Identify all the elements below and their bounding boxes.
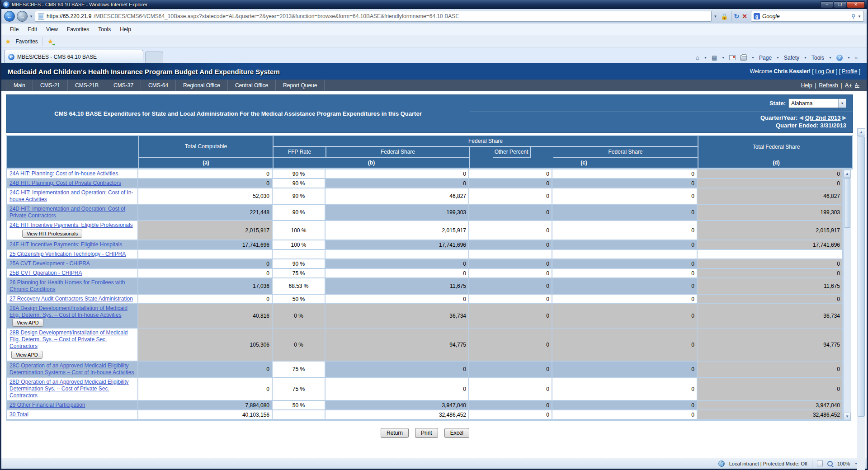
profile-link[interactable]: Profile (842, 68, 857, 75)
refresh-icon[interactable]: ↻ (734, 13, 740, 20)
row-link[interactable]: 25A CVT Development - CHIPRA (9, 260, 90, 267)
row-link[interactable]: 30 Total (9, 411, 28, 418)
close-button[interactable]: ✕ (847, 1, 865, 8)
lock-icon[interactable]: 🔒 (721, 13, 728, 20)
cell-c: 0 (552, 240, 698, 249)
change-zoom-icon[interactable] (817, 461, 823, 466)
nav-cms-21[interactable]: CMS-21 (33, 80, 68, 91)
new-tab-button[interactable] (145, 52, 163, 63)
add-favorite-icon[interactable]: ★ (47, 38, 53, 46)
print-icon[interactable] (740, 55, 747, 61)
view-apd-button[interactable]: View APD (11, 351, 42, 359)
feeds-icon[interactable]: ▤ (712, 54, 717, 61)
quarter-prev-icon[interactable]: ◀ (799, 115, 803, 121)
cell-other: 0 (469, 410, 552, 419)
select-chevron-down-icon[interactable]: ▼ (838, 99, 846, 108)
safety-menu[interactable]: Safety (784, 55, 799, 61)
menu-view[interactable]: View (42, 25, 62, 34)
favorites-button[interactable]: Favorites (15, 38, 38, 45)
favorites-star-icon[interactable]: ★ (5, 38, 11, 46)
state-label: State: (769, 100, 786, 107)
page-menu[interactable]: Page (759, 55, 772, 61)
nav-cms-21b[interactable]: CMS-21B (68, 80, 106, 91)
row-link[interactable]: 28A Design Development/Installation of M… (9, 305, 127, 318)
table-scrollbar[interactable]: ▲ ▼ (843, 169, 851, 421)
print-button[interactable]: Print (415, 428, 438, 438)
menu-favorites[interactable]: Favorites (63, 25, 93, 34)
help-dropdown-icon[interactable]: ▼ (847, 56, 850, 59)
row-link[interactable]: 28D Operation of an Approved Medicaid El… (9, 379, 128, 399)
mail-icon[interactable] (729, 55, 736, 60)
search-icon[interactable]: ⚲ (851, 13, 855, 19)
help-link[interactable]: Help (801, 82, 812, 89)
row-link[interactable]: 24C HIT: Implementation and Operation: C… (9, 189, 133, 202)
row-link[interactable]: 27 Recovery Audit Contractors State Admi… (9, 296, 133, 302)
tab-active[interactable]: e MBES/CBES - CMS 64.10 BASE (4, 50, 143, 63)
safety-dropdown-icon[interactable]: ▼ (804, 56, 807, 59)
menu-file[interactable]: File (6, 25, 23, 34)
nav-report-queue[interactable]: Report Queue (276, 80, 325, 91)
cell-b: 0 (326, 259, 469, 268)
search-dropdown-icon[interactable]: ▼ (858, 14, 861, 19)
font-increase-link[interactable]: A+ (845, 82, 852, 89)
home-dropdown-icon[interactable]: ▼ (704, 56, 707, 59)
view-hit-professionals-button[interactable]: View HIT Professionals (22, 230, 82, 238)
history-dropdown-icon[interactable]: ▼ (29, 14, 33, 19)
zoom-magnifier-icon[interactable] (827, 461, 833, 466)
row-link[interactable]: 24F HIT Incentive Payments: Eligible Hos… (9, 241, 122, 248)
page-scrollbar[interactable]: ▲ ▼ (857, 128, 865, 470)
print-dropdown-icon[interactable]: ▼ (751, 56, 755, 59)
menu-help[interactable]: Help (116, 25, 135, 34)
menu-edit[interactable]: Edit (24, 25, 41, 34)
tools-menu[interactable]: Tools (811, 55, 824, 61)
feeds-dropdown-icon[interactable]: ▼ (722, 56, 725, 59)
row-link[interactable]: 26 Planning for Health Homes for Enrolle… (9, 279, 125, 292)
logout-link[interactable]: Log Out (815, 68, 835, 75)
scroll-down-icon[interactable]: ▼ (844, 413, 851, 420)
address-dropdown-icon[interactable]: ▼ (713, 14, 717, 19)
home-icon[interactable]: ⌂ (696, 54, 699, 61)
back-button[interactable]: ← (4, 11, 15, 22)
page-scroll-up-icon[interactable]: ▲ (857, 128, 865, 136)
nav-main[interactable]: Main (6, 80, 33, 91)
page-scrollbar-track[interactable] (857, 417, 865, 470)
row-link[interactable]: 28B Design Development/Installation of M… (9, 329, 127, 349)
nav-cms-37[interactable]: CMS-37 (106, 80, 141, 91)
row-link[interactable]: 25 Citizenship Verification Technology -… (9, 251, 126, 257)
row-link[interactable]: 24B HIT: Planning: Cost of Private Contr… (9, 180, 121, 186)
return-button[interactable]: Return (381, 428, 409, 438)
restore-button[interactable]: ❐ (834, 1, 846, 8)
search-input[interactable]: g Google ⚲ ▼ (751, 11, 864, 22)
page-dropdown-icon[interactable]: ▼ (776, 56, 779, 59)
help-icon[interactable]: ? (836, 55, 843, 61)
row-link[interactable]: 24D HIT: Implementation and Operation: C… (9, 206, 125, 219)
scrollbar-track[interactable] (844, 228, 851, 413)
quarter-year-link[interactable]: Qtr 2nd 2013 (805, 114, 841, 121)
minimize-button[interactable]: – (821, 1, 833, 8)
chevron-double-icon[interactable]: » (855, 55, 858, 61)
menu-tools[interactable]: Tools (94, 25, 115, 34)
font-decrease-link[interactable]: A- (855, 83, 859, 88)
quarter-next-icon[interactable]: ▶ (843, 115, 846, 121)
row-link[interactable]: 24A HIT: Planning: Cost of In-house Acti… (9, 170, 118, 177)
forward-button[interactable]: → (17, 11, 28, 22)
row-link[interactable]: 24E HIT Incentive Payments: Eligible Pro… (9, 222, 133, 228)
row-link[interactable]: 29 Other Financial Participation (9, 402, 85, 408)
nav-cms-64[interactable]: CMS-64 (141, 80, 176, 91)
cell-c: 0 (552, 179, 698, 188)
nav-central-office[interactable]: Central Office (228, 80, 276, 91)
refresh-link[interactable]: Refresh (819, 82, 838, 89)
excel-button[interactable]: Excel (444, 428, 469, 438)
page-scrollbar-thumb[interactable] (858, 136, 865, 417)
nav-regional-office[interactable]: Regional Office (176, 80, 228, 91)
scrollbar-thumb[interactable] (844, 178, 850, 228)
address-input[interactable]: https://65.220.21.9 /MBESCBES/CMS64/CMS6… (35, 11, 712, 22)
stop-icon[interactable]: ✕ (742, 13, 747, 20)
row-link[interactable]: 25B CVT Operation - CHIPRA (9, 270, 82, 276)
state-select[interactable]: Alabama ▼ (788, 99, 846, 108)
scroll-up-icon[interactable]: ▲ (844, 170, 851, 178)
tools-dropdown-icon[interactable]: ▼ (829, 56, 832, 59)
view-apd-button[interactable]: View APD (12, 319, 43, 327)
row-link[interactable]: 28C Operation of an Approved Medicaid El… (9, 362, 134, 376)
zoom-level[interactable]: 100% (837, 461, 850, 466)
